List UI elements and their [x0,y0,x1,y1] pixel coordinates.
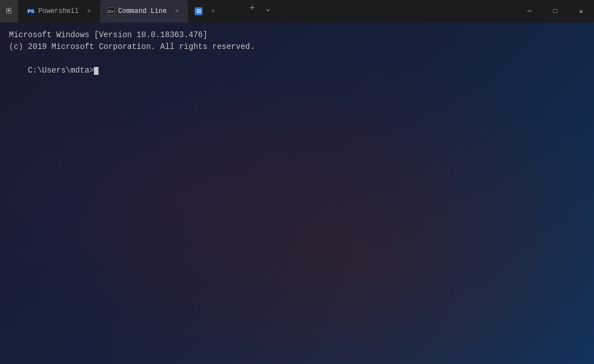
tabs-dropdown-button[interactable]: ⌄ [260,0,276,16]
shield-icon[interactable]: ⛨ [0,0,18,23]
command-line-icon: C> [107,7,115,15]
tab-command-line[interactable]: C> Command Line × [100,0,188,23]
tab-powershell-close[interactable]: × [84,7,93,16]
tab-powershell-label: Powershell [38,7,79,15]
tab-command-line-close[interactable]: × [172,7,181,16]
terminal-line-2: (c) 2019 Microsoft Corporation. All righ… [9,41,585,53]
maximize-button[interactable]: □ [542,0,568,23]
tab-image[interactable]: 🖼 × [188,0,244,23]
tab-powershell[interactable]: PS Powershell × [20,0,100,23]
powershell-icon: PS [27,7,35,15]
terminal-cursor [94,67,98,75]
image-tab-icon: 🖼 [195,7,202,15]
terminal-line-1: Microsoft Windows [Version 10.0.18363.47… [9,29,585,41]
titlebar: ⛨ PS Powershell × C> Command Line × 🖼 × … [0,0,594,23]
tabs-area: PS Powershell × C> Command Line × 🖼 × + … [18,0,516,23]
terminal-area[interactable]: Microsoft Windows [Version 10.0.18363.47… [0,23,594,364]
close-button[interactable]: ✕ [568,0,594,23]
add-tab-button[interactable]: + [244,0,260,16]
window-controls: — □ ✕ [516,0,594,23]
tab-command-line-label: Command Line [118,7,166,15]
terminal-prompt-line: C:\Users\mdta> [9,53,585,88]
tab-image-close[interactable]: × [208,7,217,16]
terminal-prompt: C:\Users\mdta> [28,66,94,75]
minimize-button[interactable]: — [516,0,542,23]
